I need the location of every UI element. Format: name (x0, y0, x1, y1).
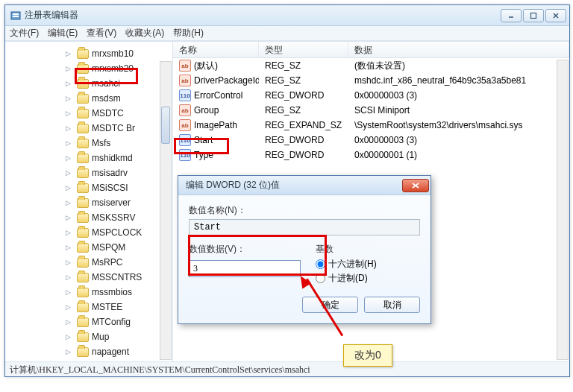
tree-item[interactable]: ▷msisadrv (5, 165, 172, 180)
radio-hex[interactable]: 十六进制(H) (316, 258, 377, 271)
expander-icon[interactable]: ▷ (63, 213, 72, 222)
expander-icon[interactable]: ▷ (63, 168, 72, 177)
expander-icon[interactable]: ▷ (63, 243, 72, 252)
tree-item-label: MSDTC Br (92, 123, 135, 133)
value-type: REG_SZ (259, 105, 348, 116)
tree-item[interactable]: ▷MsRPC (5, 255, 172, 270)
expander-icon[interactable]: ▷ (63, 49, 72, 58)
radio-dec[interactable]: 十进制(D) (316, 272, 377, 285)
expander-icon[interactable]: ▷ (63, 273, 72, 282)
column-name[interactable]: 名称 (173, 42, 259, 57)
folder-icon (77, 228, 89, 238)
expander-icon[interactable]: ▷ (63, 94, 72, 103)
statusbar: 计算机\HKEY_LOCAL_MACHINE\SYSTEM\CurrentCon… (5, 361, 569, 376)
expander-icon[interactable]: ▷ (63, 139, 72, 148)
list-scrollbar[interactable] (557, 60, 569, 360)
tree-item-label: msisadrv (92, 168, 128, 178)
tree-item[interactable]: ▷MSDTC (5, 106, 172, 121)
table-row[interactable]: abDriverPackageIdREG_SZmshdc.inf_x86_neu… (173, 73, 569, 88)
menu-edit[interactable]: 编辑(E) (48, 27, 78, 39)
tree-item[interactable]: ▷mshidkmd (5, 151, 172, 165)
tree-scrollbar[interactable] (160, 61, 172, 360)
string-icon: ab (179, 75, 191, 86)
window-title: 注册表编辑器 (25, 9, 501, 22)
tree-item[interactable]: ▷MSSCNTRS (5, 270, 172, 285)
tree-item[interactable]: ▷msahci (5, 76, 172, 91)
expander-icon[interactable]: ▷ (63, 303, 72, 312)
tree-item[interactable]: ▷MTConfig (5, 314, 172, 329)
value-data: (数值未设置) (348, 60, 569, 72)
maximize-button[interactable] (523, 9, 544, 22)
expander-icon[interactable]: ▷ (63, 347, 72, 356)
value-type: REG_DWORD (259, 150, 348, 160)
tree-item[interactable]: ▷MSPQM (5, 240, 172, 255)
tree-item[interactable]: ▷MSTEE (5, 300, 172, 314)
tree-item[interactable]: ▷napagent (5, 344, 172, 359)
tree-item[interactable]: ▷mrxsmb20 (5, 61, 172, 76)
tree-item[interactable]: ▷mssmbios (5, 285, 172, 300)
tree-item[interactable]: ▷mrxsmb10 (5, 46, 172, 61)
tree-item[interactable]: ▷msiserver (5, 195, 172, 210)
value-data-input[interactable] (189, 260, 301, 277)
value-type: REG_DWORD (259, 135, 348, 145)
folder-icon (77, 213, 89, 223)
tree-item[interactable]: ▷MSiSCSI (5, 180, 172, 195)
folder-icon (77, 303, 89, 312)
tree-pane[interactable]: ▷mrxsmb10▷mrxsmb20▷msahci▷msdsm▷MSDTC▷MS… (5, 42, 173, 361)
base-label: 基数 (316, 243, 377, 256)
menu-file[interactable]: 文件(F) (10, 27, 39, 39)
table-row[interactable]: 110StartREG_DWORD0x00000003 (3) (173, 133, 569, 148)
tree-item[interactable]: ▷msdsm (5, 91, 172, 106)
value-name: Type (194, 150, 213, 160)
expander-icon[interactable]: ▷ (63, 228, 72, 237)
menu-favorites[interactable]: 收藏夹(A) (125, 27, 164, 39)
cancel-button[interactable]: 取消 (364, 297, 420, 313)
tree-item[interactable]: ▷MSDTC Br (5, 121, 172, 136)
table-row[interactable]: 110TypeREG_DWORD0x00000001 (1) (173, 148, 569, 162)
ok-button[interactable]: 确定 (302, 297, 358, 313)
string-icon: ab (179, 60, 191, 72)
menu-help[interactable]: 帮助(H) (173, 27, 204, 39)
value-type: REG_DWORD (259, 90, 348, 101)
minimize-button[interactable] (501, 9, 522, 22)
tree-item[interactable]: ▷Msfs (5, 136, 172, 151)
value-name: Group (194, 105, 219, 116)
app-icon (10, 10, 22, 22)
column-data[interactable]: 数据 (348, 42, 569, 57)
dword-icon: 110 (179, 134, 191, 146)
table-row[interactable]: abImagePathREG_EXPAND_SZ\SystemRoot\syst… (173, 118, 569, 133)
table-row[interactable]: ab(默认)REG_SZ(数值未设置) (173, 58, 569, 73)
tree-item[interactable]: ▷Mup (5, 329, 172, 344)
tree-item-label: MSTEE (92, 302, 122, 312)
tree-item[interactable]: ▷MSPCLOCK (5, 225, 172, 240)
expander-icon[interactable]: ▷ (63, 64, 72, 73)
expander-icon[interactable]: ▷ (63, 109, 72, 118)
expander-icon[interactable]: ▷ (63, 183, 72, 192)
window-buttons (501, 9, 566, 22)
value-name-label: 数值名称(N)： (189, 204, 420, 217)
table-row[interactable]: abGroupREG_SZSCSI Miniport (173, 103, 569, 118)
close-button[interactable] (545, 9, 566, 22)
expander-icon[interactable]: ▷ (63, 288, 72, 297)
expander-icon[interactable]: ▷ (63, 317, 72, 326)
expander-icon[interactable]: ▷ (63, 258, 72, 267)
menu-view[interactable]: 查看(V) (87, 27, 116, 39)
expander-icon[interactable]: ▷ (63, 332, 72, 341)
expander-icon[interactable]: ▷ (63, 198, 72, 207)
svg-rect-1 (13, 13, 19, 15)
dialog-title: 编辑 DWORD (32 位)值 (186, 179, 280, 192)
table-row[interactable]: 110ErrorControlREG_DWORD0x00000003 (3) (173, 88, 569, 103)
tree-item[interactable]: ▷MSKSSRV (5, 210, 172, 225)
string-icon: ab (179, 104, 191, 116)
tree-item-label: MSPQM (92, 242, 125, 253)
expander-icon[interactable]: ▷ (63, 124, 72, 133)
radio-dec-input[interactable] (316, 274, 325, 283)
folder-icon (77, 109, 89, 118)
dialog-close-button[interactable] (402, 179, 429, 192)
column-type[interactable]: 类型 (259, 42, 348, 57)
radio-hex-input[interactable] (316, 259, 325, 269)
scrollbar-thumb[interactable] (161, 107, 170, 144)
expander-icon[interactable]: ▷ (63, 154, 72, 162)
folder-icon (77, 332, 89, 342)
expander-icon[interactable]: ▷ (63, 79, 72, 88)
